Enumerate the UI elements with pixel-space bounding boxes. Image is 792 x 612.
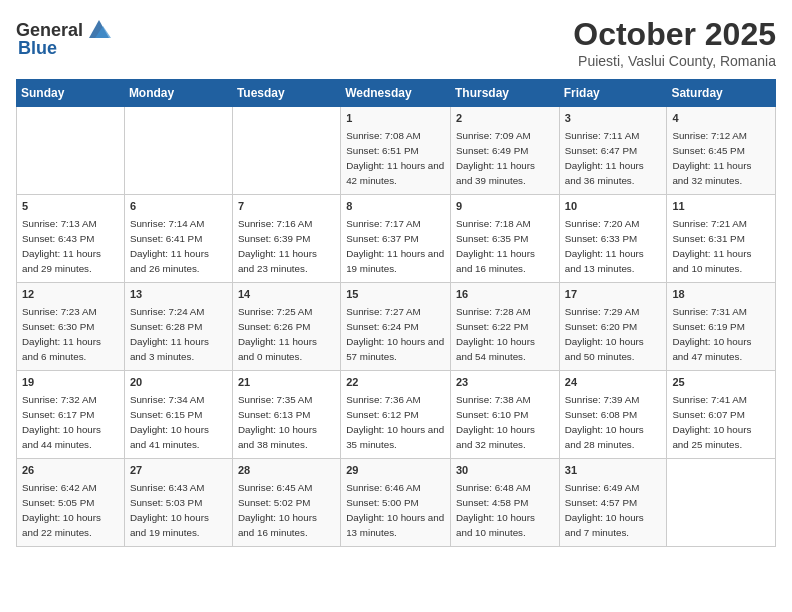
cell-info: Sunrise: 7:17 AMSunset: 6:37 PMDaylight:… <box>346 218 444 273</box>
day-number: 27 <box>130 463 227 478</box>
day-number: 1 <box>346 111 445 126</box>
calendar-cell: 28Sunrise: 6:45 AMSunset: 5:02 PMDayligh… <box>232 459 340 547</box>
calendar-week-row: 12Sunrise: 7:23 AMSunset: 6:30 PMDayligh… <box>17 283 776 371</box>
day-number: 4 <box>672 111 770 126</box>
cell-info: Sunrise: 7:29 AMSunset: 6:20 PMDaylight:… <box>565 306 644 361</box>
day-number: 28 <box>238 463 335 478</box>
calendar-cell: 22Sunrise: 7:36 AMSunset: 6:12 PMDayligh… <box>341 371 451 459</box>
calendar-cell: 31Sunrise: 6:49 AMSunset: 4:57 PMDayligh… <box>559 459 667 547</box>
day-number: 25 <box>672 375 770 390</box>
day-of-week-header: Wednesday <box>341 80 451 107</box>
calendar-cell: 9Sunrise: 7:18 AMSunset: 6:35 PMDaylight… <box>451 195 560 283</box>
day-number: 15 <box>346 287 445 302</box>
day-number: 12 <box>22 287 119 302</box>
day-number: 21 <box>238 375 335 390</box>
day-number: 23 <box>456 375 554 390</box>
cell-info: Sunrise: 7:09 AMSunset: 6:49 PMDaylight:… <box>456 130 535 185</box>
calendar-week-row: 5Sunrise: 7:13 AMSunset: 6:43 PMDaylight… <box>17 195 776 283</box>
cell-info: Sunrise: 7:35 AMSunset: 6:13 PMDaylight:… <box>238 394 317 449</box>
cell-info: Sunrise: 7:16 AMSunset: 6:39 PMDaylight:… <box>238 218 317 273</box>
cell-info: Sunrise: 7:38 AMSunset: 6:10 PMDaylight:… <box>456 394 535 449</box>
cell-info: Sunrise: 7:41 AMSunset: 6:07 PMDaylight:… <box>672 394 751 449</box>
cell-info: Sunrise: 7:18 AMSunset: 6:35 PMDaylight:… <box>456 218 535 273</box>
calendar-cell: 25Sunrise: 7:41 AMSunset: 6:07 PMDayligh… <box>667 371 776 459</box>
calendar-cell: 24Sunrise: 7:39 AMSunset: 6:08 PMDayligh… <box>559 371 667 459</box>
calendar-cell <box>124 107 232 195</box>
calendar-cell: 18Sunrise: 7:31 AMSunset: 6:19 PMDayligh… <box>667 283 776 371</box>
calendar-cell: 7Sunrise: 7:16 AMSunset: 6:39 PMDaylight… <box>232 195 340 283</box>
cell-info: Sunrise: 7:13 AMSunset: 6:43 PMDaylight:… <box>22 218 101 273</box>
day-number: 3 <box>565 111 662 126</box>
day-of-week-header: Friday <box>559 80 667 107</box>
day-of-week-header: Monday <box>124 80 232 107</box>
day-number: 2 <box>456 111 554 126</box>
cell-info: Sunrise: 7:24 AMSunset: 6:28 PMDaylight:… <box>130 306 209 361</box>
calendar-cell: 10Sunrise: 7:20 AMSunset: 6:33 PMDayligh… <box>559 195 667 283</box>
calendar-cell: 20Sunrise: 7:34 AMSunset: 6:15 PMDayligh… <box>124 371 232 459</box>
calendar-week-row: 19Sunrise: 7:32 AMSunset: 6:17 PMDayligh… <box>17 371 776 459</box>
day-number: 20 <box>130 375 227 390</box>
day-of-week-header: Thursday <box>451 80 560 107</box>
page-header: General Blue October 2025 Puiesti, Vaslu… <box>16 16 776 69</box>
cell-info: Sunrise: 6:45 AMSunset: 5:02 PMDaylight:… <box>238 482 317 537</box>
calendar-cell: 17Sunrise: 7:29 AMSunset: 6:20 PMDayligh… <box>559 283 667 371</box>
day-number: 16 <box>456 287 554 302</box>
day-number: 7 <box>238 199 335 214</box>
day-number: 22 <box>346 375 445 390</box>
cell-info: Sunrise: 7:36 AMSunset: 6:12 PMDaylight:… <box>346 394 444 449</box>
calendar-cell: 21Sunrise: 7:35 AMSunset: 6:13 PMDayligh… <box>232 371 340 459</box>
cell-info: Sunrise: 6:43 AMSunset: 5:03 PMDaylight:… <box>130 482 209 537</box>
calendar-cell: 5Sunrise: 7:13 AMSunset: 6:43 PMDaylight… <box>17 195 125 283</box>
calendar-cell: 12Sunrise: 7:23 AMSunset: 6:30 PMDayligh… <box>17 283 125 371</box>
calendar-header: SundayMondayTuesdayWednesdayThursdayFrid… <box>17 80 776 107</box>
day-number: 11 <box>672 199 770 214</box>
day-number: 10 <box>565 199 662 214</box>
calendar-cell: 3Sunrise: 7:11 AMSunset: 6:47 PMDaylight… <box>559 107 667 195</box>
day-number: 17 <box>565 287 662 302</box>
cell-info: Sunrise: 7:12 AMSunset: 6:45 PMDaylight:… <box>672 130 751 185</box>
cell-info: Sunrise: 6:48 AMSunset: 4:58 PMDaylight:… <box>456 482 535 537</box>
cell-info: Sunrise: 7:27 AMSunset: 6:24 PMDaylight:… <box>346 306 444 361</box>
calendar-cell: 4Sunrise: 7:12 AMSunset: 6:45 PMDaylight… <box>667 107 776 195</box>
header-row: SundayMondayTuesdayWednesdayThursdayFrid… <box>17 80 776 107</box>
calendar-cell: 2Sunrise: 7:09 AMSunset: 6:49 PMDaylight… <box>451 107 560 195</box>
day-number: 9 <box>456 199 554 214</box>
calendar-cell: 8Sunrise: 7:17 AMSunset: 6:37 PMDaylight… <box>341 195 451 283</box>
day-number: 24 <box>565 375 662 390</box>
cell-info: Sunrise: 7:28 AMSunset: 6:22 PMDaylight:… <box>456 306 535 361</box>
cell-info: Sunrise: 7:31 AMSunset: 6:19 PMDaylight:… <box>672 306 751 361</box>
day-number: 30 <box>456 463 554 478</box>
day-number: 31 <box>565 463 662 478</box>
day-of-week-header: Tuesday <box>232 80 340 107</box>
calendar-cell: 29Sunrise: 6:46 AMSunset: 5:00 PMDayligh… <box>341 459 451 547</box>
cell-info: Sunrise: 7:21 AMSunset: 6:31 PMDaylight:… <box>672 218 751 273</box>
day-of-week-header: Sunday <box>17 80 125 107</box>
cell-info: Sunrise: 7:11 AMSunset: 6:47 PMDaylight:… <box>565 130 644 185</box>
month-title: October 2025 <box>573 16 776 53</box>
cell-info: Sunrise: 7:32 AMSunset: 6:17 PMDaylight:… <box>22 394 101 449</box>
day-number: 14 <box>238 287 335 302</box>
calendar-cell: 14Sunrise: 7:25 AMSunset: 6:26 PMDayligh… <box>232 283 340 371</box>
cell-info: Sunrise: 7:25 AMSunset: 6:26 PMDaylight:… <box>238 306 317 361</box>
calendar-cell: 16Sunrise: 7:28 AMSunset: 6:22 PMDayligh… <box>451 283 560 371</box>
calendar-cell: 27Sunrise: 6:43 AMSunset: 5:03 PMDayligh… <box>124 459 232 547</box>
day-number: 29 <box>346 463 445 478</box>
day-number: 13 <box>130 287 227 302</box>
calendar-cell: 11Sunrise: 7:21 AMSunset: 6:31 PMDayligh… <box>667 195 776 283</box>
cell-info: Sunrise: 7:20 AMSunset: 6:33 PMDaylight:… <box>565 218 644 273</box>
logo-blue-text: Blue <box>18 38 57 59</box>
calendar-cell: 1Sunrise: 7:08 AMSunset: 6:51 PMDaylight… <box>341 107 451 195</box>
logo: General Blue <box>16 16 113 59</box>
calendar-cell: 6Sunrise: 7:14 AMSunset: 6:41 PMDaylight… <box>124 195 232 283</box>
cell-info: Sunrise: 6:42 AMSunset: 5:05 PMDaylight:… <box>22 482 101 537</box>
calendar-week-row: 1Sunrise: 7:08 AMSunset: 6:51 PMDaylight… <box>17 107 776 195</box>
calendar-cell: 19Sunrise: 7:32 AMSunset: 6:17 PMDayligh… <box>17 371 125 459</box>
calendar-cell: 13Sunrise: 7:24 AMSunset: 6:28 PMDayligh… <box>124 283 232 371</box>
cell-info: Sunrise: 7:08 AMSunset: 6:51 PMDaylight:… <box>346 130 444 185</box>
day-number: 8 <box>346 199 445 214</box>
calendar-week-row: 26Sunrise: 6:42 AMSunset: 5:05 PMDayligh… <box>17 459 776 547</box>
cell-info: Sunrise: 7:39 AMSunset: 6:08 PMDaylight:… <box>565 394 644 449</box>
day-number: 6 <box>130 199 227 214</box>
calendar-cell: 15Sunrise: 7:27 AMSunset: 6:24 PMDayligh… <box>341 283 451 371</box>
cell-info: Sunrise: 7:23 AMSunset: 6:30 PMDaylight:… <box>22 306 101 361</box>
